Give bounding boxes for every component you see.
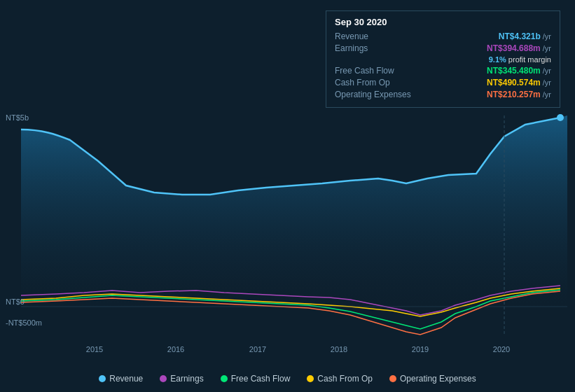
tooltip: Sep 30 2020 Revenue NT$4.321b/yr Earning… <box>326 10 560 108</box>
legend-dot-fcf <box>221 375 228 382</box>
svg-point-1 <box>557 114 564 121</box>
legend-dot-cashfromop <box>307 375 314 382</box>
tooltip-row-fcf: Free Cash Flow NT$345.480m/yr <box>335 66 551 76</box>
legend-item-earnings[interactable]: Earnings <box>160 374 203 384</box>
legend-label-earnings: Earnings <box>170 374 203 384</box>
tooltip-value-margin: 9.1% profit margin <box>489 55 551 64</box>
tooltip-row-revenue: Revenue NT$4.321b/yr <box>335 31 551 41</box>
x-label-2020: 2020 <box>493 345 510 354</box>
tooltip-label-revenue: Revenue <box>335 31 368 41</box>
legend-label-cashfromop: Cash From Op <box>317 374 373 384</box>
x-label-2019: 2019 <box>412 345 429 354</box>
y-label-neg500m: -NT$500m <box>6 318 42 327</box>
legend-label-revenue: Revenue <box>109 374 143 384</box>
tooltip-label-earnings: Earnings <box>335 43 368 53</box>
tooltip-row-margin: 9.1% profit margin <box>335 55 551 64</box>
y-label-5b: NT$5b <box>6 113 29 122</box>
x-label-2018: 2018 <box>331 345 347 354</box>
legend-dot-earnings <box>160 375 167 382</box>
legend-dot-opex <box>389 375 396 382</box>
legend-label-fcf: Free Cash Flow <box>231 374 291 384</box>
tooltip-value-cashfromop: NT$490.574m/yr <box>487 78 551 88</box>
legend-item-revenue[interactable]: Revenue <box>99 374 143 384</box>
tooltip-value-earnings: NT$394.688m/yr <box>487 43 551 53</box>
legend-dot-revenue <box>99 375 106 382</box>
legend-item-cashfromop[interactable]: Cash From Op <box>307 374 373 384</box>
tooltip-title: Sep 30 2020 <box>335 17 551 27</box>
x-label-2017: 2017 <box>249 345 266 354</box>
tooltip-value-revenue: NT$4.321b/yr <box>499 31 551 41</box>
y-label-0: NT$0 <box>6 298 25 306</box>
tooltip-label-fcf: Free Cash Flow <box>335 66 394 76</box>
tooltip-row-cashfromop: Cash From Op NT$490.574m/yr <box>335 78 551 88</box>
legend: Revenue Earnings Free Cash Flow Cash Fro… <box>0 374 575 384</box>
tooltip-value-fcf: NT$345.480m/yr <box>487 66 551 76</box>
x-label-2015: 2015 <box>86 345 103 354</box>
legend-item-opex[interactable]: Operating Expenses <box>389 374 476 384</box>
tooltip-row-opex: Operating Expenses NT$210.257m/yr <box>335 90 551 99</box>
x-label-2016: 2016 <box>167 345 184 354</box>
chart-area: NT$5b NT$0 -NT$500m 2015 2016 2017 2018 … <box>0 0 575 392</box>
tooltip-label-cashfromop: Cash From Op <box>335 78 390 88</box>
tooltip-value-opex: NT$210.257m/yr <box>487 90 551 99</box>
tooltip-row-earnings: Earnings NT$394.688m/yr <box>335 43 551 53</box>
legend-label-opex: Operating Expenses <box>400 374 476 384</box>
legend-item-fcf[interactable]: Free Cash Flow <box>221 374 291 384</box>
tooltip-label-opex: Operating Expenses <box>335 90 411 99</box>
